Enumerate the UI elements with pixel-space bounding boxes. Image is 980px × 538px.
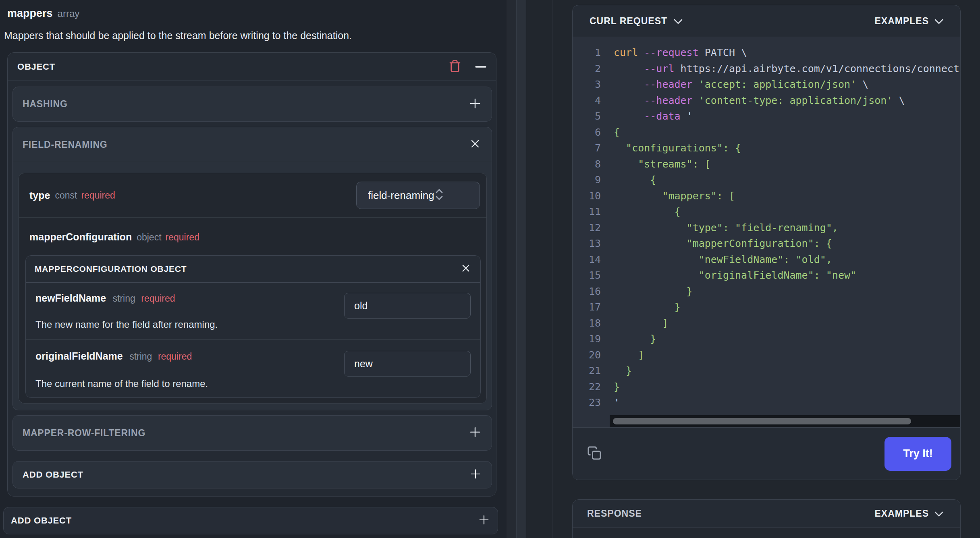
copy-code-button[interactable] <box>587 446 602 461</box>
line-number: 2 <box>573 61 601 77</box>
type-select[interactable]: field-renaming <box>356 182 480 209</box>
line-content: } <box>614 363 632 379</box>
line-number: 19 <box>573 331 601 347</box>
original-field-name-label: originalFieldName <box>35 350 123 362</box>
code-line: 19 } <box>573 331 960 347</box>
line-number: 21 <box>573 363 601 379</box>
line-content: "originalFieldName": "new" <box>614 267 856 283</box>
code-line: 11 { <box>573 204 960 220</box>
trash-icon <box>448 60 461 74</box>
line-number: 1 <box>573 45 601 61</box>
code-line: 8 "streams": [ <box>573 156 960 172</box>
code-line: 22} <box>573 379 960 395</box>
line-number: 20 <box>573 347 601 363</box>
chevron-down-icon <box>934 16 943 27</box>
code-line: 3 --header 'accept: application/json' \ <box>573 77 960 93</box>
curl-request-dropdown[interactable]: CURL REQUEST <box>587 15 685 27</box>
line-content: "streams": [ <box>614 156 711 172</box>
line-number: 7 <box>573 140 601 156</box>
copy-icon <box>587 446 602 461</box>
code-line: 1curl --request PATCH \ <box>573 45 960 61</box>
line-number: 3 <box>573 77 601 93</box>
field-renaming-title: FIELD-RENAMING <box>23 139 108 150</box>
response-examples-dropdown[interactable]: EXAMPLES <box>872 508 946 519</box>
code-line: 18 ] <box>573 315 960 331</box>
object-card-title: OBJECT <box>17 62 55 72</box>
line-content: --header 'accept: application/json' \ <box>614 77 868 93</box>
line-number: 6 <box>573 124 601 141</box>
response-body <box>573 528 960 538</box>
line-content: --data ' <box>614 108 693 124</box>
hashing-title: HASHING <box>23 99 68 110</box>
line-content: "configurations": { <box>614 140 741 156</box>
line-number: 22 <box>573 379 601 395</box>
panel-scrollbar[interactable] <box>517 0 526 538</box>
delete-object-button[interactable] <box>448 60 461 74</box>
original-field-name-input[interactable] <box>344 351 471 377</box>
line-number: 16 <box>573 283 601 300</box>
code-line: 10 "mappers": [ <box>573 188 960 204</box>
accordion-hashing[interactable]: HASHING <box>12 87 492 122</box>
line-number: 13 <box>573 236 601 252</box>
code-line: 15 "originalFieldName": "new" <box>573 267 960 283</box>
request-examples-dropdown[interactable]: EXAMPLES <box>872 15 946 27</box>
new-field-name-meta: string <box>113 293 135 304</box>
code-block[interactable]: 1curl --request PATCH \2 --url https://a… <box>573 37 960 427</box>
line-number: 8 <box>573 156 601 172</box>
response-examples-label: EXAMPLES <box>874 508 929 519</box>
line-content: } <box>614 283 693 300</box>
line-content: "mapperConfiguration": { <box>614 236 832 252</box>
mapper-configuration-card: MAPPERCONFIGURATION OBJECT newFieldName … <box>25 255 481 398</box>
type-select-value: field-renaming <box>368 189 434 202</box>
curl-request-header: CURL REQUEST EXAMPLES <box>573 5 960 37</box>
line-content: } <box>614 299 681 315</box>
accordion-mapper-row-filtering[interactable]: MAPPER-ROW-FILTERING <box>12 415 492 451</box>
try-it-button[interactable]: Try It! <box>884 437 951 471</box>
add-object-inner-button[interactable]: ADD OBJECT <box>12 461 492 488</box>
code-line: 6{ <box>573 124 960 141</box>
line-content: "newFieldName": "old", <box>614 252 832 268</box>
mapper-row-filtering-title: MAPPER-ROW-FILTERING <box>23 428 145 439</box>
line-number: 23 <box>573 395 601 411</box>
code-line: 20 ] <box>573 347 960 363</box>
field-renaming-content: type const required field-renaming <box>13 162 492 410</box>
chevron-down-icon <box>674 16 683 27</box>
horizontal-scrollbar-track[interactable] <box>610 415 960 427</box>
line-content: { <box>614 204 681 220</box>
line-number: 4 <box>573 93 601 109</box>
type-field-meta: const <box>55 190 77 201</box>
close-icon[interactable] <box>461 263 471 275</box>
field-description: Mappers that should be applied to the st… <box>4 30 352 41</box>
line-content: } <box>614 379 620 395</box>
section-field-renaming: FIELD-RENAMING type const required field… <box>12 127 492 410</box>
mapper-configuration-name: mapperConfiguration <box>29 231 132 243</box>
close-icon[interactable] <box>470 139 480 151</box>
field-renaming-form: type const required field-renaming <box>19 173 487 404</box>
field-name: mappers <box>7 7 53 20</box>
line-content: { <box>614 124 620 141</box>
code-line: 16 } <box>573 283 960 300</box>
curl-request-card: CURL REQUEST EXAMPLES 1curl --request PA… <box>572 5 961 480</box>
new-field-name-required: required <box>141 293 175 304</box>
code-line: 13 "mapperConfiguration": { <box>573 236 960 252</box>
line-content: } <box>614 331 656 347</box>
add-object-outer-button[interactable]: ADD OBJECT <box>3 507 498 534</box>
field-renaming-header[interactable]: FIELD-RENAMING <box>13 127 492 162</box>
field-type-badge: array <box>58 8 80 19</box>
code-line: 12 "type": "field-renaming", <box>573 220 960 236</box>
code-line: 7 "configurations": { <box>573 140 960 156</box>
new-field-name-input[interactable] <box>344 293 471 319</box>
line-content: curl --request PATCH \ <box>614 45 747 61</box>
horizontal-scrollbar-thumb[interactable] <box>613 418 911 424</box>
panel-gutter <box>507 0 517 538</box>
line-number: 5 <box>573 108 601 124</box>
plus-icon <box>478 514 490 527</box>
collapse-object-button[interactable] <box>475 64 486 70</box>
object-card: OBJECT HASHING <box>7 52 496 497</box>
line-number: 12 <box>573 220 601 236</box>
line-content: "mappers": [ <box>614 188 735 204</box>
code-line: 14 "newFieldName": "old", <box>573 252 960 268</box>
line-number: 14 <box>573 252 601 268</box>
line-number: 18 <box>573 315 601 331</box>
curl-request-title: CURL REQUEST <box>590 16 667 27</box>
